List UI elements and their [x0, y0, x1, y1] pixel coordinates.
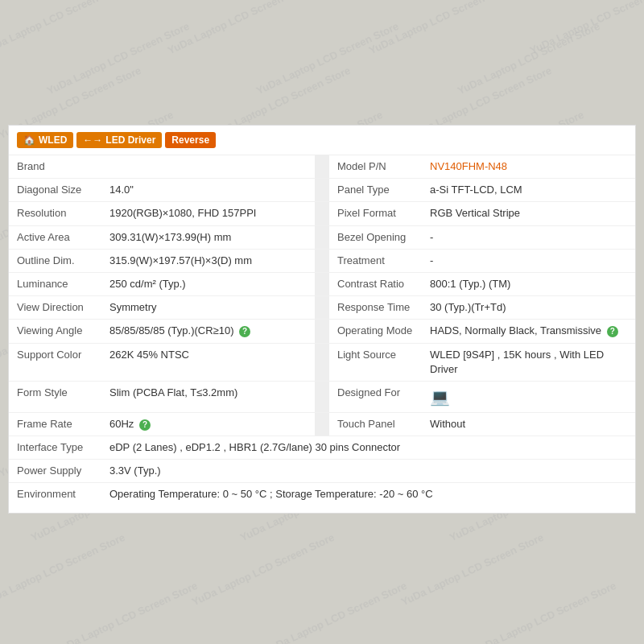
divider — [315, 225, 329, 249]
divider — [315, 272, 329, 295]
value-outline: 315.9(W)×197.57(H)×3(D) mm — [101, 249, 315, 272]
label-designed-for: Designed For — [329, 381, 422, 412]
label-interface-type: Interface Type — [9, 436, 101, 460]
value-power-supply: 3.3V (Typ.) — [101, 460, 635, 483]
value-operating-mode: HADS, Normally Black, Transmissive ? — [422, 320, 635, 343]
label-brand: Brand — [9, 155, 101, 179]
label-form-style: Form Style — [9, 381, 101, 412]
watermark-text: YuDa Laptop LCD Screen Store — [0, 531, 127, 608]
value-active-area: 309.31(W)×173.99(H) mm — [101, 225, 315, 249]
laptop-icon: 💻 — [430, 388, 450, 406]
label-frame-rate: Frame Rate — [9, 412, 101, 436]
table-row: Diagonal Size 14.0" Panel Type a-Si TFT-… — [9, 179, 635, 202]
watermark-text: YuDa Laptop LCD Screen Store — [456, 20, 602, 97]
label-panel-type: Panel Type — [329, 179, 422, 202]
watermark-text: YuDa Laptop LCD Screen Store — [367, 0, 514, 56]
value-light-source: WLED [9S4P] , 15K hours , With LED Drive… — [422, 343, 635, 381]
label-power-supply: Power Supply — [9, 460, 101, 483]
label-treatment: Treatment — [329, 249, 422, 272]
led-driver-badge: ←→ LED Driver — [76, 132, 162, 148]
value-environment: Operating Temperature: 0 ~ 50 °C ; Stora… — [101, 483, 635, 506]
table-row: Active Area 309.31(W)×173.99(H) mm Bezel… — [9, 225, 635, 249]
value-pixel-format: RGB Vertical Stripe — [422, 202, 635, 225]
divider — [315, 343, 329, 381]
reverse-label: Reverse — [171, 134, 209, 146]
divider — [315, 320, 329, 343]
value-frame-rate: 60Hz ? — [101, 412, 315, 436]
label-response-time: Response Time — [329, 296, 422, 320]
value-treatment: - — [422, 249, 635, 272]
frame-rate-help-icon[interactable]: ? — [139, 419, 151, 431]
value-interface-type: eDP (2 Lanes) , eDP1.2 , HBR1 (2.7G/lane… — [101, 436, 635, 460]
value-panel-type: a-Si TFT-LCD, LCM — [422, 179, 635, 202]
divider — [315, 202, 329, 225]
divider — [315, 179, 329, 202]
watermark-text: YuDa Laptop LCD Screen Store — [472, 580, 618, 644]
value-contrast: 800:1 (Typ.) (TM) — [422, 272, 635, 295]
value-response-time: 30 (Typ.)(Tr+Td) — [422, 296, 635, 320]
watermark-text: YuDa Laptop LCD Screen Store — [399, 531, 546, 608]
table-row: Environment Operating Temperature: 0 ~ 5… — [9, 483, 635, 506]
spec-table: Brand Model P/N NV140FHM-N48 Diagonal Si… — [9, 155, 635, 506]
value-resolution: 1920(RGB)×1080, FHD 157PPI — [101, 202, 315, 225]
table-row: Resolution 1920(RGB)×1080, FHD 157PPI Pi… — [9, 202, 635, 225]
model-pn-link[interactable]: NV140FHM-N48 — [430, 160, 507, 172]
value-view-direction: Symmetry — [101, 296, 315, 320]
watermark-text: YuDa Laptop LCD Screen Store — [262, 580, 409, 644]
table-row: Frame Rate 60Hz ? Touch Panel Without — [9, 412, 635, 436]
label-luminance: Luminance — [9, 272, 101, 295]
value-bezel: - — [422, 225, 635, 249]
table-row: View Direction Symmetry Response Time 30… — [9, 296, 635, 320]
label-touch-panel: Touch Panel — [329, 412, 422, 436]
product-card: 🏠 WLED ←→ LED Driver Reverse Brand Model… — [8, 125, 636, 514]
label-support-color: Support Color — [9, 343, 101, 381]
watermark-text: YuDa Laptop LCD Screen Store — [166, 0, 312, 56]
label-diagonal: Diagonal Size — [9, 179, 101, 202]
label-light-source: Light Source — [329, 343, 422, 381]
label-view-direction: View Direction — [9, 296, 101, 320]
led-driver-icon: ←→ — [83, 134, 102, 146]
value-designed-for: 💻 — [422, 381, 635, 412]
wled-badge: 🏠 WLED — [17, 132, 73, 148]
table-row: Outline Dim. 315.9(W)×197.57(H)×3(D) mm … — [9, 249, 635, 272]
label-operating-mode: Operating Mode — [329, 320, 422, 343]
table-row: Viewing Angle 85/85/85/85 (Typ.)(CR≥10) … — [9, 320, 635, 343]
led-driver-label: LED Driver — [105, 134, 155, 146]
value-viewing-angle: 85/85/85/85 (Typ.)(CR≥10) ? — [101, 320, 315, 343]
label-model-pn: Model P/N — [329, 155, 422, 179]
divider — [315, 296, 329, 320]
label-resolution: Resolution — [9, 202, 101, 225]
watermark-text: YuDa Laptop LCD Screen Store — [53, 580, 200, 644]
value-support-color: 262K 45% NTSC — [101, 343, 315, 381]
watermark-text: YuDa Laptop LCD Screen Store — [0, 0, 127, 56]
viewing-angle-help-icon[interactable]: ? — [239, 326, 250, 337]
divider — [315, 381, 329, 412]
value-diagonal: 14.0" — [101, 179, 315, 202]
wled-icon: 🏠 — [23, 134, 35, 146]
label-active-area: Active Area — [9, 225, 101, 249]
watermark-text: YuDa Laptop LCD Screen Store — [528, 0, 644, 56]
label-viewing-angle: Viewing Angle — [9, 320, 101, 343]
value-model-pn[interactable]: NV140FHM-N48 — [422, 155, 635, 179]
divider — [315, 249, 329, 272]
table-row: Form Style Slim (PCBA Flat, T≤3.2mm) Des… — [9, 381, 635, 412]
reverse-badge: Reverse — [165, 132, 216, 148]
label-outline: Outline Dim. — [9, 249, 101, 272]
watermark-text: YuDa Laptop LCD Screen Store — [190, 531, 336, 608]
value-luminance: 250 cd/m² (Typ.) — [101, 272, 315, 295]
table-row: Brand Model P/N NV140FHM-N48 — [9, 155, 635, 179]
table-row: Luminance 250 cd/m² (Typ.) Contrast Rati… — [9, 272, 635, 295]
value-brand — [101, 155, 315, 179]
wled-label: WLED — [39, 134, 67, 146]
label-bezel: Bezel Opening — [329, 225, 422, 249]
operating-mode-help-icon[interactable]: ? — [607, 326, 618, 337]
table-row: Power Supply 3.3V (Typ.) — [9, 460, 635, 483]
badge-row: 🏠 WLED ←→ LED Driver Reverse — [9, 126, 635, 155]
label-environment: Environment — [9, 483, 101, 506]
label-contrast: Contrast Ratio — [329, 272, 422, 295]
table-row: Support Color 262K 45% NTSC Light Source… — [9, 343, 635, 381]
table-row: Interface Type eDP (2 Lanes) , eDP1.2 , … — [9, 436, 635, 460]
watermark-text: YuDa Laptop LCD Screen Store — [254, 20, 401, 97]
value-touch-panel: Without — [422, 412, 635, 436]
watermark-text: YuDa Laptop LCD Screen Store — [45, 20, 192, 97]
